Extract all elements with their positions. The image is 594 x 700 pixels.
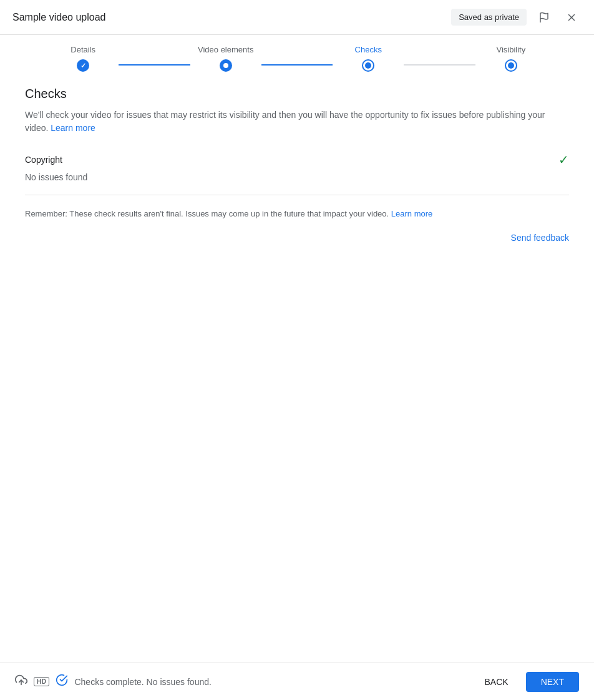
step-details: Details ✓ — [47, 45, 119, 72]
checks-description: We'll check your video for issues that m… — [25, 109, 569, 135]
section-divider — [25, 195, 569, 195]
header: Sample video upload Saved as private — [0, 0, 594, 35]
step-visibility-circle — [505, 59, 517, 72]
step-visibility-label: Visibility — [496, 45, 525, 54]
step-checks-circle — [362, 59, 374, 72]
connector-1-2 — [119, 64, 190, 66]
copyright-section-header: Copyright ✓ — [25, 152, 569, 167]
footer-status: Checks complete. No issues found. — [74, 677, 211, 687]
stepper: Details ✓ Video elements Checks — [47, 45, 547, 72]
step-video-elements-inner — [223, 63, 228, 68]
step-details-label: Details — [71, 45, 95, 54]
reminder-text: Remember: These check results aren't fin… — [25, 208, 569, 220]
copyright-check-icon: ✓ — [558, 152, 569, 167]
step-visibility-inner — [508, 62, 514, 69]
copyright-status: No issues found — [25, 172, 569, 182]
connector-2-3 — [261, 64, 333, 66]
back-button[interactable]: BACK — [475, 672, 519, 692]
flag-icon — [538, 12, 550, 23]
learn-more-link-top[interactable]: Learn more — [51, 123, 95, 133]
footer: HD Checks complete. No issues found. BAC… — [0, 663, 594, 700]
step-visibility: Visibility — [475, 45, 547, 72]
learn-more-link-bottom[interactable]: Learn more — [391, 209, 432, 218]
stepper-container: Details ✓ Video elements Checks — [0, 35, 594, 72]
step-details-circle: ✓ — [77, 59, 89, 72]
send-feedback-button[interactable]: Send feedback — [511, 230, 569, 245]
step-checks-label: Checks — [355, 45, 382, 54]
copyright-title: Copyright — [25, 155, 62, 165]
close-icon — [566, 12, 577, 23]
step-video-elements-label: Video elements — [198, 45, 253, 54]
footer-right: BACK NEXT — [475, 672, 579, 692]
page-title: Sample video upload — [12, 12, 105, 23]
upload-icon — [15, 674, 27, 689]
saved-badge: Saved as private — [451, 9, 527, 26]
step-details-check: ✓ — [80, 62, 86, 70]
checks-title: Checks — [25, 87, 569, 101]
step-checks: Checks — [333, 45, 404, 72]
step-video-elements: Video elements — [190, 45, 261, 72]
circle-check-icon — [56, 674, 68, 689]
hd-badge: HD — [34, 677, 49, 686]
header-right: Saved as private — [451, 7, 582, 27]
flag-button[interactable] — [534, 7, 554, 27]
next-button[interactable]: NEXT — [526, 672, 579, 692]
step-checks-inner — [365, 62, 371, 69]
close-button[interactable] — [562, 7, 582, 27]
connector-3-4 — [404, 64, 475, 66]
step-video-elements-circle — [220, 59, 232, 72]
footer-left: HD Checks complete. No issues found. — [15, 674, 212, 689]
main-content: Checks We'll check your video for issues… — [0, 72, 594, 663]
send-feedback-row: Send feedback — [25, 230, 569, 245]
